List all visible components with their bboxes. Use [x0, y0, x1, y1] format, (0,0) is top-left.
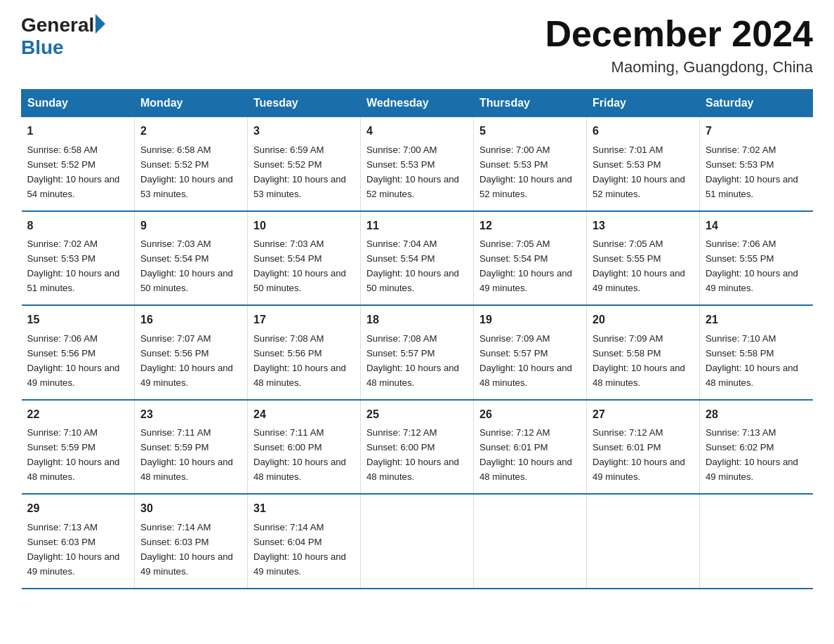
day-info: Sunrise: 7:14 AMSunset: 6:04 PMDaylight:…: [253, 522, 346, 577]
day-info: Sunrise: 7:01 AMSunset: 5:53 PMDaylight:…: [593, 145, 685, 199]
calendar-cell: 28Sunrise: 7:13 AMSunset: 6:02 PMDayligh…: [700, 400, 813, 494]
subtitle: Maoming, Guangdong, China: [545, 58, 813, 76]
logo: General Blue: [21, 14, 105, 59]
calendar-cell: 29Sunrise: 7:13 AMSunset: 6:03 PMDayligh…: [22, 494, 135, 588]
day-info: Sunrise: 7:06 AMSunset: 5:56 PMDaylight:…: [27, 333, 120, 388]
calendar-cell: [474, 494, 587, 588]
header-day-wednesday: Wednesday: [361, 90, 474, 117]
day-info: Sunrise: 7:11 AMSunset: 6:00 PMDaylight:…: [253, 427, 346, 482]
header-day-saturday: Saturday: [700, 90, 813, 117]
calendar-week-row: 29Sunrise: 7:13 AMSunset: 6:03 PMDayligh…: [22, 494, 813, 588]
logo-text-general: General: [21, 14, 94, 36]
day-number: 10: [253, 217, 355, 235]
calendar-cell: 27Sunrise: 7:12 AMSunset: 6:01 PMDayligh…: [587, 400, 700, 494]
calendar-cell: 3Sunrise: 6:59 AMSunset: 5:52 PMDaylight…: [248, 117, 361, 211]
day-info: Sunrise: 7:08 AMSunset: 5:57 PMDaylight:…: [366, 333, 459, 388]
day-number: 19: [479, 311, 581, 329]
day-info: Sunrise: 7:13 AMSunset: 6:02 PMDaylight:…: [706, 427, 798, 482]
calendar-cell: 17Sunrise: 7:08 AMSunset: 5:56 PMDayligh…: [248, 305, 361, 399]
calendar-cell: 23Sunrise: 7:11 AMSunset: 5:59 PMDayligh…: [135, 400, 248, 494]
day-info: Sunrise: 7:02 AMSunset: 5:53 PMDaylight:…: [706, 145, 798, 199]
calendar-cell: 20Sunrise: 7:09 AMSunset: 5:58 PMDayligh…: [587, 305, 700, 399]
day-number: 21: [706, 311, 807, 329]
day-info: Sunrise: 7:14 AMSunset: 6:03 PMDaylight:…: [140, 522, 233, 577]
calendar-week-row: 8Sunrise: 7:02 AMSunset: 5:53 PMDaylight…: [22, 211, 813, 305]
day-number: 5: [479, 123, 581, 140]
day-number: 6: [593, 123, 694, 140]
day-info: Sunrise: 6:59 AMSunset: 5:52 PMDaylight:…: [253, 145, 346, 199]
day-info: Sunrise: 7:02 AMSunset: 5:53 PMDaylight:…: [27, 239, 120, 293]
main-title: December 2024: [545, 14, 813, 54]
logo-text-blue: Blue: [21, 36, 105, 59]
day-number: 17: [253, 311, 355, 329]
day-number: 11: [366, 217, 468, 235]
day-number: 7: [706, 123, 807, 140]
calendar-cell: [700, 494, 813, 588]
calendar-table: SundayMondayTuesdayWednesdayThursdayFrid…: [21, 89, 813, 589]
calendar-cell: 5Sunrise: 7:00 AMSunset: 5:53 PMDaylight…: [474, 117, 587, 211]
day-info: Sunrise: 7:13 AMSunset: 6:03 PMDaylight:…: [27, 522, 120, 577]
day-number: 12: [479, 217, 581, 235]
day-number: 22: [27, 406, 129, 424]
day-number: 9: [140, 217, 241, 235]
logo-arrow-icon: [95, 14, 105, 34]
calendar-cell: 26Sunrise: 7:12 AMSunset: 6:01 PMDayligh…: [474, 400, 587, 494]
calendar-cell: 16Sunrise: 7:07 AMSunset: 5:56 PMDayligh…: [135, 305, 248, 399]
day-number: 20: [593, 311, 694, 329]
day-number: 13: [593, 217, 694, 235]
header-day-sunday: Sunday: [22, 90, 135, 117]
day-number: 28: [706, 406, 807, 424]
day-info: Sunrise: 7:05 AMSunset: 5:55 PMDaylight:…: [593, 239, 685, 293]
day-number: 3: [253, 123, 355, 140]
calendar-cell: 18Sunrise: 7:08 AMSunset: 5:57 PMDayligh…: [361, 305, 474, 399]
day-info: Sunrise: 7:11 AMSunset: 5:59 PMDaylight:…: [140, 427, 233, 482]
day-number: 1: [27, 123, 129, 140]
header-day-tuesday: Tuesday: [248, 90, 361, 117]
calendar-cell: 21Sunrise: 7:10 AMSunset: 5:58 PMDayligh…: [700, 305, 813, 399]
calendar-cell: 31Sunrise: 7:14 AMSunset: 6:04 PMDayligh…: [248, 494, 361, 588]
day-number: 18: [366, 311, 468, 329]
day-number: 27: [593, 406, 694, 424]
title-block: December 2024 Maoming, Guangdong, China: [545, 14, 813, 76]
calendar-cell: 2Sunrise: 6:58 AMSunset: 5:52 PMDaylight…: [135, 117, 248, 211]
day-info: Sunrise: 7:12 AMSunset: 6:01 PMDaylight:…: [593, 427, 685, 482]
day-number: 29: [27, 500, 129, 518]
calendar-cell: 11Sunrise: 7:04 AMSunset: 5:54 PMDayligh…: [361, 211, 474, 305]
calendar-cell: 4Sunrise: 7:00 AMSunset: 5:53 PMDaylight…: [361, 117, 474, 211]
day-info: Sunrise: 7:10 AMSunset: 5:59 PMDaylight:…: [27, 427, 120, 482]
day-info: Sunrise: 7:09 AMSunset: 5:58 PMDaylight:…: [593, 333, 685, 388]
day-number: 26: [479, 406, 581, 424]
calendar-cell: 1Sunrise: 6:58 AMSunset: 5:52 PMDaylight…: [22, 117, 135, 211]
day-info: Sunrise: 7:03 AMSunset: 5:54 PMDaylight:…: [253, 239, 346, 293]
day-number: 2: [140, 123, 241, 140]
calendar-cell: 7Sunrise: 7:02 AMSunset: 5:53 PMDaylight…: [700, 117, 813, 211]
calendar-cell: 12Sunrise: 7:05 AMSunset: 5:54 PMDayligh…: [474, 211, 587, 305]
calendar-cell: 13Sunrise: 7:05 AMSunset: 5:55 PMDayligh…: [587, 211, 700, 305]
page-header: General Blue December 2024 Maoming, Guan…: [21, 14, 813, 76]
day-info: Sunrise: 6:58 AMSunset: 5:52 PMDaylight:…: [140, 145, 233, 199]
day-info: Sunrise: 7:00 AMSunset: 5:53 PMDaylight:…: [366, 145, 459, 199]
calendar-header-row: SundayMondayTuesdayWednesdayThursdayFrid…: [22, 90, 813, 117]
day-info: Sunrise: 7:08 AMSunset: 5:56 PMDaylight:…: [253, 333, 346, 388]
header-day-thursday: Thursday: [474, 90, 587, 117]
day-number: 31: [253, 500, 355, 518]
calendar-cell: 22Sunrise: 7:10 AMSunset: 5:59 PMDayligh…: [22, 400, 135, 494]
day-number: 25: [366, 406, 468, 424]
calendar-week-row: 22Sunrise: 7:10 AMSunset: 5:59 PMDayligh…: [22, 400, 813, 494]
calendar-cell: 24Sunrise: 7:11 AMSunset: 6:00 PMDayligh…: [248, 400, 361, 494]
calendar-cell: 14Sunrise: 7:06 AMSunset: 5:55 PMDayligh…: [700, 211, 813, 305]
day-info: Sunrise: 7:03 AMSunset: 5:54 PMDaylight:…: [140, 239, 233, 293]
day-info: Sunrise: 7:05 AMSunset: 5:54 PMDaylight:…: [479, 239, 572, 293]
header-day-friday: Friday: [587, 90, 700, 117]
calendar-week-row: 15Sunrise: 7:06 AMSunset: 5:56 PMDayligh…: [22, 305, 813, 399]
calendar-cell: [587, 494, 700, 588]
header-day-monday: Monday: [135, 90, 248, 117]
calendar-week-row: 1Sunrise: 6:58 AMSunset: 5:52 PMDaylight…: [22, 117, 813, 211]
calendar-cell: 30Sunrise: 7:14 AMSunset: 6:03 PMDayligh…: [135, 494, 248, 588]
day-info: Sunrise: 7:07 AMSunset: 5:56 PMDaylight:…: [140, 333, 233, 388]
day-number: 8: [27, 217, 129, 235]
day-number: 4: [366, 123, 468, 140]
day-number: 15: [27, 311, 129, 329]
day-info: Sunrise: 7:10 AMSunset: 5:58 PMDaylight:…: [706, 333, 798, 388]
day-info: Sunrise: 7:04 AMSunset: 5:54 PMDaylight:…: [366, 239, 459, 293]
